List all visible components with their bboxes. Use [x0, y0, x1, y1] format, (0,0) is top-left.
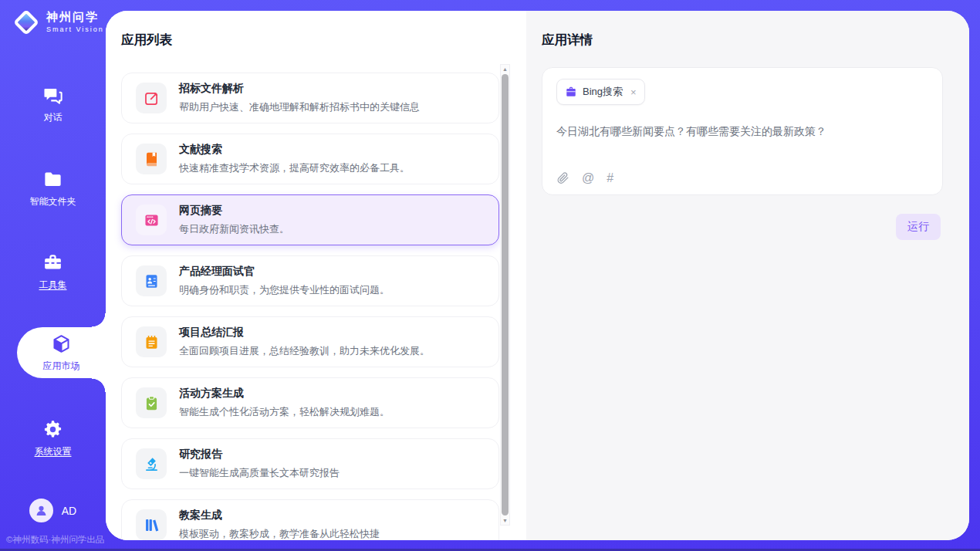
- folder-icon: [42, 169, 63, 190]
- app-detail-panel: 应用详情 Bing搜索 × 今日湖北有哪些新闻要点？有哪些需要关注的最新政策？ …: [526, 11, 969, 540]
- app-list-item[interactable]: 网页摘要每日政府新闻资讯快查。: [121, 194, 499, 245]
- app-card-description: 快速精准查找学术资源，提高研究效率的必备工具。: [179, 161, 410, 175]
- app-card-name: 产品经理面试官: [179, 265, 390, 279]
- scroll-down-icon[interactable]: ▼: [502, 518, 508, 523]
- app-card-description: 模板驱动，教案秒成，教学准备从此轻松快捷: [179, 527, 380, 540]
- app-card-name: 活动方案生成: [179, 387, 390, 401]
- app-list-item[interactable]: 产品经理面试官明确身份和职责，为您提供专业性的面试问题。: [121, 255, 499, 306]
- brand-logo-icon: [13, 9, 39, 35]
- app-card-description: 一键智能生成高质量长文本研究报告: [179, 466, 340, 480]
- app-list-item[interactable]: 项目总结汇报全面回顾项目进展，总结经验教训，助力未来优化发展。: [121, 316, 499, 367]
- app-card-text: 研究报告一键智能生成高质量长文本研究报告: [179, 448, 340, 480]
- app-card-text: 项目总结汇报全面回顾项目进展，总结经验教训，助力未来优化发展。: [179, 326, 430, 358]
- web-code-icon: [136, 205, 167, 235]
- app-card-text: 文献搜索快速精准查找学术资源，提高研究效率的必备工具。: [179, 143, 410, 175]
- user-row[interactable]: AD: [0, 499, 106, 522]
- run-button[interactable]: 运行: [896, 214, 941, 240]
- books-icon: [136, 509, 167, 540]
- app-list-panel: 应用列表 招标文件解析帮助用户快速、准确地理解和解析招标书中的关键信息文献搜索快…: [106, 11, 526, 540]
- hash-icon[interactable]: #: [607, 172, 613, 184]
- query-input[interactable]: 今日湖北有哪些新闻要点？有哪些需要关注的最新政策？: [556, 123, 928, 140]
- tool-tag-label: Bing搜索: [583, 85, 623, 99]
- active-tab-curve: [92, 378, 106, 392]
- chat-icon: [42, 85, 63, 106]
- active-tab-curve: [92, 313, 106, 327]
- gear-icon: [42, 419, 63, 440]
- sidebar-item-label: 智能文件夹: [30, 195, 76, 208]
- toolbox-icon: [42, 252, 63, 273]
- app-card-text: 招标文件解析帮助用户快速、准确地理解和解析招标书中的关键信息: [179, 82, 420, 114]
- attachment-icon[interactable]: [556, 171, 569, 184]
- sidebar-item-settings[interactable]: 系统设置: [0, 419, 106, 458]
- app-card-text: 网页摘要每日政府新闻资讯快查。: [179, 204, 289, 236]
- edit-doc-icon: [136, 83, 167, 113]
- content-shell: 应用列表 招标文件解析帮助用户快速、准确地理解和解析招标书中的关键信息文献搜索快…: [106, 11, 969, 540]
- app-list-item[interactable]: 招标文件解析帮助用户快速、准确地理解和解析招标书中的关键信息: [121, 73, 499, 123]
- app-card-name: 教案生成: [179, 509, 380, 522]
- resume-icon: [136, 265, 167, 296]
- tag-close-icon[interactable]: ×: [630, 86, 637, 98]
- microscope-icon: [136, 448, 167, 479]
- app-card-description: 每日政府新闻资讯快查。: [179, 222, 289, 236]
- brand-text: 神州问学 Smart Vision: [46, 11, 104, 33]
- app-card-description: 明确身份和职责，为您提供专业性的面试问题。: [179, 283, 390, 297]
- app-window: 神州问学 Smart Vision 对话智能文件夹工具集应用市场系统设置 AD …: [0, 0, 980, 551]
- sidebar: 神州问学 Smart Vision 对话智能文件夹工具集应用市场系统设置 AD …: [0, 0, 106, 551]
- run-row: 运行: [526, 214, 941, 240]
- mention-icon[interactable]: @: [582, 172, 594, 184]
- app-card-name: 招标文件解析: [179, 82, 420, 96]
- book-icon: [136, 144, 167, 174]
- sidebar-item-tools[interactable]: 工具集: [0, 252, 106, 292]
- sidebar-item-market[interactable]: 应用市场: [17, 327, 106, 378]
- app-card-description: 智能生成个性化活动方案，轻松解决规划难题。: [179, 405, 390, 419]
- brand-subtitle: Smart Vision: [46, 26, 104, 34]
- sidebar-item-label: 应用市场: [43, 360, 80, 373]
- scroll-up-icon[interactable]: ▲: [502, 66, 508, 72]
- briefcase-icon: [565, 86, 577, 98]
- sidebar-item-label: 对话: [44, 111, 63, 124]
- scrollbar[interactable]: ▲ ▼: [500, 64, 510, 526]
- app-list-item[interactable]: 活动方案生成智能生成个性化活动方案，轻松解决规划难题。: [121, 377, 499, 428]
- brand: 神州问学 Smart Vision: [14, 10, 104, 35]
- clipboard-check-icon: [136, 387, 167, 418]
- app-card-text: 活动方案生成智能生成个性化活动方案，轻松解决规划难题。: [179, 387, 390, 419]
- app-card-description: 帮助用户快速、准确地理解和解析招标书中的关键信息: [179, 100, 420, 114]
- cube-icon: [51, 333, 72, 354]
- app-card-name: 项目总结汇报: [179, 326, 430, 340]
- app-list-title: 应用列表: [106, 11, 526, 49]
- brand-name: 神州问学: [46, 11, 104, 24]
- app-list-item[interactable]: 文献搜索快速精准查找学术资源，提高研究效率的必备工具。: [121, 134, 499, 184]
- app-card-name: 网页摘要: [179, 204, 289, 218]
- composer-toolbar: @ #: [556, 171, 613, 184]
- user-avatar-icon: [29, 499, 53, 522]
- sidebar-item-label: 系统设置: [35, 445, 72, 458]
- notepad-icon: [136, 326, 167, 357]
- query-card: Bing搜索 × 今日湖北有哪些新闻要点？有哪些需要关注的最新政策？ @ #: [542, 67, 943, 195]
- user-label: AD: [62, 505, 76, 517]
- scrollbar-thumb[interactable]: [502, 74, 509, 516]
- app-card-text: 教案生成模板驱动，教案秒成，教学准备从此轻松快捷: [179, 509, 380, 540]
- copyright-text: ©神州数码·神州问学出品: [6, 534, 130, 546]
- app-list-item[interactable]: 教案生成模板驱动，教案秒成，教学准备从此轻松快捷: [121, 499, 499, 540]
- app-card-name: 研究报告: [179, 448, 340, 461]
- sidebar-item-folders[interactable]: 智能文件夹: [0, 169, 106, 208]
- sidebar-item-label: 工具集: [39, 279, 67, 292]
- tool-tag[interactable]: Bing搜索 ×: [556, 79, 645, 105]
- app-card-text: 产品经理面试官明确身份和职责，为您提供专业性的面试问题。: [179, 265, 390, 297]
- app-detail-title: 应用详情: [526, 11, 969, 49]
- app-list-item[interactable]: 研究报告一键智能生成高质量长文本研究报告: [121, 438, 499, 489]
- sidebar-item-chat[interactable]: 对话: [0, 85, 106, 124]
- app-card-description: 全面回顾项目进展，总结经验教训，助力未来优化发展。: [179, 344, 430, 358]
- app-card-name: 文献搜索: [179, 143, 410, 157]
- app-list: 招标文件解析帮助用户快速、准确地理解和解析招标书中的关键信息文献搜索快速精准查找…: [121, 73, 499, 540]
